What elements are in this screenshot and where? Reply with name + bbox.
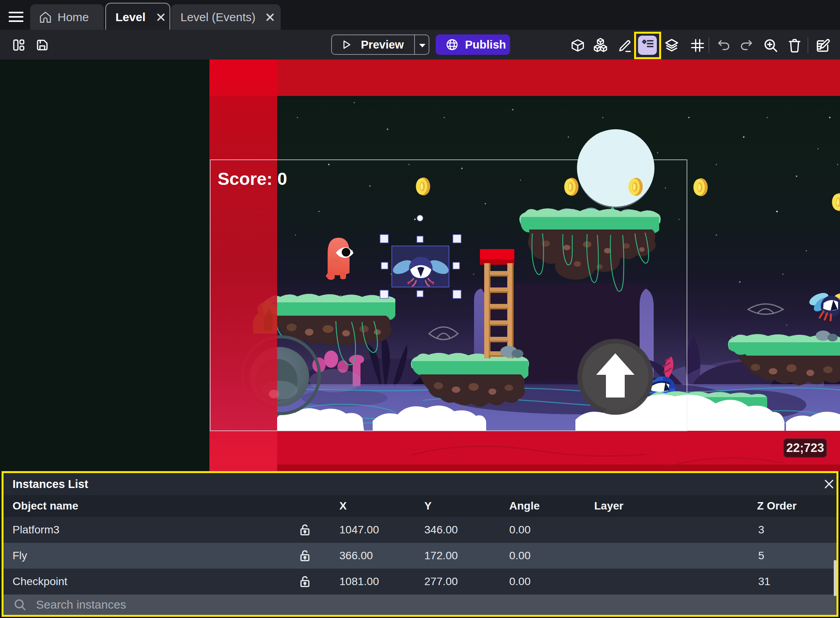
svg-text:22;723: 22;723 [786,441,824,455]
svg-text:Score: 0: Score: 0 [218,169,287,189]
